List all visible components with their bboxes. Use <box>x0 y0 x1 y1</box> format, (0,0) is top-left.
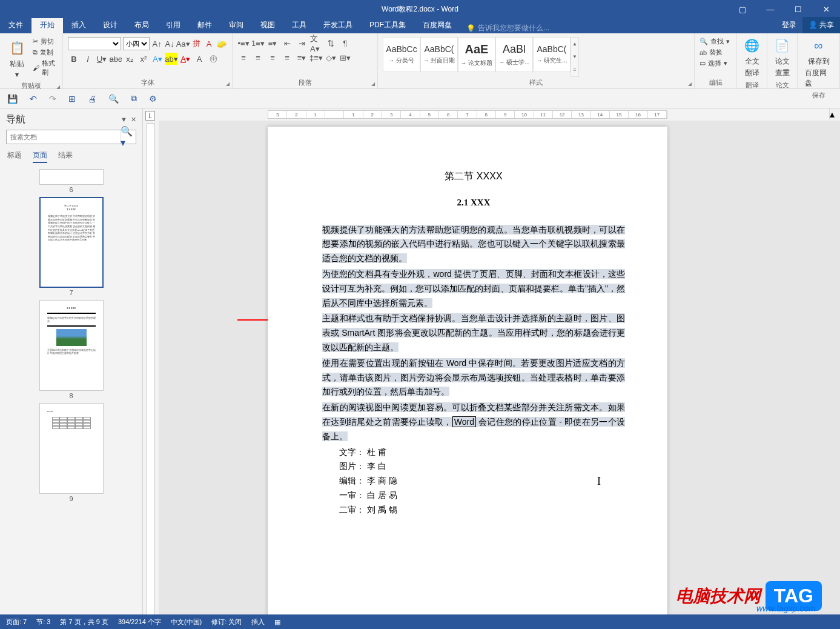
save-baidu-button[interactable]: ∞保存到百度网盘 <box>802 35 835 90</box>
qat-icon[interactable]: 🖨 <box>88 94 96 104</box>
login-button[interactable]: 登录 <box>776 17 802 33</box>
style-item[interactable]: AaBl→ 硕士学... <box>495 37 533 72</box>
char-border-icon[interactable]: A <box>203 38 214 50</box>
format-painter-button[interactable]: 🖌格式刷 <box>33 59 58 77</box>
underline-icon[interactable]: U▾ <box>96 53 108 65</box>
select-button[interactable]: ▭选择▾ <box>699 59 732 68</box>
qat-icon[interactable]: ⚙ <box>149 94 157 104</box>
status-page[interactable]: 页面: 7 <box>6 617 27 627</box>
decrease-indent-icon[interactable]: ⇤ <box>281 37 293 49</box>
minimize-button[interactable]: — <box>756 0 784 18</box>
copy-button[interactable]: ⧉复制 <box>33 48 58 57</box>
tab-design[interactable]: 设计 <box>94 17 126 33</box>
style-item[interactable]: AaE→ 论文标题 <box>458 37 495 72</box>
status-section[interactable]: 节: 3 <box>36 617 50 627</box>
tab-references[interactable]: 引用 <box>157 17 189 33</box>
replace-button[interactable]: ab替换 <box>699 48 732 57</box>
tab-home[interactable]: 开始 <box>31 17 63 33</box>
share-button[interactable]: 👤 共享 <box>802 17 840 33</box>
tab-pdf[interactable]: PDF工具集 <box>361 17 414 33</box>
align-right-icon[interactable]: ≡ <box>266 52 279 64</box>
status-words[interactable]: 394/2214 个字 <box>118 617 161 627</box>
phonetic-guide-icon[interactable]: 拼 <box>191 38 202 50</box>
close-button[interactable]: ✕ <box>812 0 840 18</box>
status-macro-icon[interactable]: ▦ <box>274 618 280 626</box>
multilevel-icon[interactable]: ≡▾ <box>266 37 279 49</box>
strike-icon[interactable]: abc <box>110 53 122 65</box>
justify-icon[interactable]: ≡ <box>281 52 293 64</box>
tab-view[interactable]: 视图 <box>252 17 283 33</box>
dialog-launcher-icon[interactable]: ◢ <box>371 81 375 87</box>
shrink-font-icon[interactable]: A↓ <box>164 38 175 50</box>
status-track[interactable]: 修订: 关闭 <box>211 617 242 627</box>
style-down-icon[interactable]: ▼ <box>571 50 578 63</box>
thesis-check-button[interactable]: 📄论文查重 <box>772 35 792 79</box>
nav-search-button[interactable]: 🔍▾ <box>120 130 136 144</box>
qat-undo-icon[interactable]: ↶ <box>30 94 37 104</box>
style-gallery[interactable]: AaBbCc→ 分类号 AaBbC(→ 封面日期 AaE→ 论文标题 AaBl→… <box>383 37 579 77</box>
dialog-launcher-icon[interactable]: ◢ <box>226 81 230 87</box>
bold-icon[interactable]: B <box>68 53 80 65</box>
superscript-icon[interactable]: x² <box>137 53 150 65</box>
ribbon-options-icon[interactable]: ▢ <box>729 0 756 18</box>
paste-button[interactable]: 📋 粘贴▾ <box>5 37 29 80</box>
nav-tab-results[interactable]: 结果 <box>58 150 73 163</box>
increase-indent-icon[interactable]: ⇥ <box>296 37 308 49</box>
enclose-char-icon[interactable]: ㊥ <box>207 53 219 65</box>
numbering-icon[interactable]: 1≡▾ <box>252 37 264 49</box>
qat-icon[interactable]: 🔍 <box>108 94 119 104</box>
clear-format-icon[interactable]: 🧽 <box>216 38 227 50</box>
nav-tab-headings[interactable]: 标题 <box>7 150 22 163</box>
font-color-icon[interactable]: A▾ <box>179 53 191 65</box>
qat-redo-icon[interactable]: ↷ <box>49 94 56 104</box>
sort-icon[interactable]: ⇅ <box>325 37 337 49</box>
dialog-launcher-icon[interactable]: ◢ <box>56 84 60 90</box>
tab-insert[interactable]: 插入 <box>63 17 94 33</box>
vertical-ruler[interactable]: L <box>143 108 159 628</box>
tell-me[interactable]: 💡告诉我您想要做什么... <box>466 23 549 33</box>
qat-icon[interactable]: ⧉ <box>131 93 137 104</box>
style-more-icon[interactable]: ≡ <box>571 64 578 76</box>
text-direction-icon[interactable]: 文A▾ <box>310 37 322 49</box>
line-spacing-icon[interactable]: ‡≡▾ <box>310 52 322 64</box>
style-item[interactable]: AaBbC(→ 封面日期 <box>420 37 458 72</box>
nav-tab-pages[interactable]: 页面 <box>33 150 47 163</box>
style-item[interactable]: AaBbCc→ 分类号 <box>383 37 420 72</box>
nav-close-icon[interactable]: ✕ <box>131 116 136 124</box>
bullets-icon[interactable]: •≡▾ <box>237 37 250 49</box>
tab-mailings[interactable]: 邮件 <box>189 17 220 33</box>
status-pages[interactable]: 第 7 页，共 9 页 <box>60 617 108 627</box>
tab-tools[interactable]: 工具 <box>283 17 315 33</box>
qat-save-icon[interactable]: 💾 <box>7 94 18 104</box>
font-size-select[interactable]: 小四 <box>123 37 150 50</box>
maximize-button[interactable]: ☐ <box>784 0 812 18</box>
cut-button[interactable]: ✂剪切 <box>33 37 58 46</box>
borders-icon[interactable]: ⊞▾ <box>339 52 351 64</box>
page-thumbnail[interactable]: xxxxx 9 <box>39 403 104 502</box>
page-thumbnail[interactable]: 6 <box>39 169 104 193</box>
font-family-select[interactable] <box>68 37 121 50</box>
style-item[interactable]: AaBbC(→ 研究生... <box>533 37 570 72</box>
dialog-launcher-icon[interactable]: ◢ <box>688 81 692 87</box>
italic-icon[interactable]: I <box>82 53 94 65</box>
distributed-icon[interactable]: ≡▾ <box>296 52 308 64</box>
scroll-up-icon[interactable]: ▴ <box>829 108 840 119</box>
find-button[interactable]: 🔍查找▾ <box>699 37 732 46</box>
nav-search-input[interactable] <box>7 130 120 144</box>
shading-icon[interactable]: ◇▾ <box>325 52 337 64</box>
nav-dropdown-icon[interactable]: ▼ <box>121 116 127 124</box>
tab-review[interactable]: 审阅 <box>220 17 252 33</box>
status-lang[interactable]: 中文(中国) <box>171 617 202 627</box>
horizontal-ruler[interactable]: 3211234567891011121314151617 <box>159 108 840 121</box>
highlight-icon[interactable]: ab▾ <box>165 53 177 65</box>
page-thumbnail[interactable]: 2.2 XXX视频提供了功能强大的方法帮助您证明您的观点主题和样式也有助于文档保… <box>39 300 104 399</box>
align-center-icon[interactable]: ≡ <box>252 52 264 64</box>
align-left-icon[interactable]: ≡ <box>237 52 250 64</box>
tab-layout[interactable]: 布局 <box>126 17 157 33</box>
change-case-icon[interactable]: Aa▾ <box>177 38 189 50</box>
translate-button[interactable]: 🌐全文翻译 <box>742 35 762 79</box>
tab-baidu[interactable]: 百度网盘 <box>414 17 460 33</box>
style-up-icon[interactable]: ▲ <box>571 38 578 50</box>
show-marks-icon[interactable]: ¶ <box>339 37 351 49</box>
tab-file[interactable]: 文件 <box>0 17 31 33</box>
